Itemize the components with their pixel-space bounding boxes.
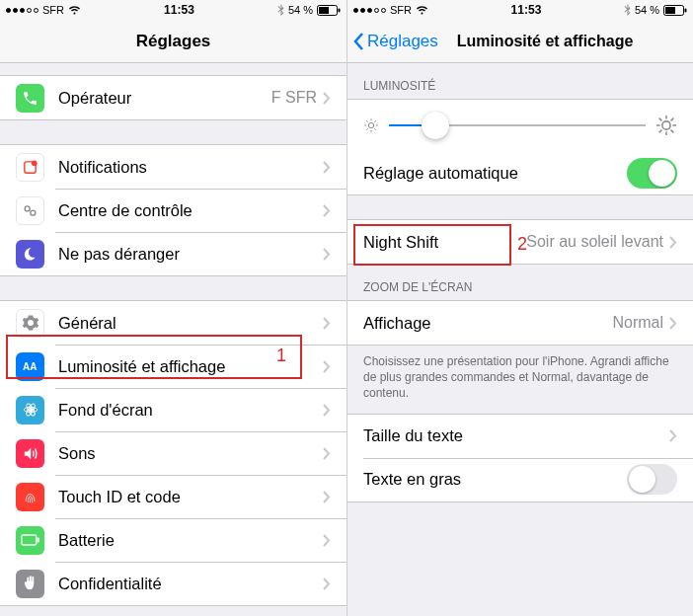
page-title: Réglages (136, 32, 211, 51)
privacy-hand-icon (16, 570, 44, 598)
row-label: Fond d'écran (58, 401, 323, 420)
sun-large-icon (655, 115, 677, 136)
svg-rect-1 (319, 7, 329, 14)
auto-brightness-toggle[interactable] (627, 158, 677, 189)
chevron-right-icon (323, 248, 331, 261)
svg-point-4 (32, 160, 38, 166)
svg-rect-12 (21, 535, 36, 545)
row-detail: Soir au soleil levant (526, 233, 663, 251)
battery-settings-icon (16, 526, 44, 555)
row-detail: F SFR (271, 89, 317, 107)
svg-line-32 (671, 130, 674, 133)
svg-line-34 (671, 118, 674, 121)
navbar: Réglages (0, 20, 346, 63)
zoom-footer: Choisissez une présentation pour l'iPhon… (347, 346, 693, 414)
svg-point-17 (368, 122, 373, 127)
chevron-right-icon (323, 404, 331, 417)
bluetooth-icon (624, 4, 631, 16)
row-display-brightness[interactable]: AA Luminosité et affichage (0, 345, 346, 388)
control-center-icon (16, 196, 44, 225)
chevron-right-icon (323, 317, 331, 330)
row-control-center[interactable]: Centre de contrôle (0, 189, 346, 232)
brightness-slider-row (347, 100, 693, 151)
battery-pct: 54 % (288, 4, 313, 16)
chevron-right-icon (323, 92, 331, 105)
chevron-right-icon (323, 578, 331, 590)
svg-point-26 (662, 121, 670, 129)
svg-line-31 (659, 118, 662, 121)
svg-point-6 (31, 210, 36, 215)
speaker-icon (16, 439, 44, 468)
row-detail: Normal (612, 314, 663, 332)
svg-line-33 (659, 130, 662, 133)
wifi-icon (416, 5, 428, 15)
svg-line-22 (366, 120, 367, 121)
row-display-mode[interactable]: Affichage Normal (347, 301, 693, 345)
page-title: Luminosité et affichage (457, 33, 634, 50)
carrier-label: SFR (390, 4, 412, 16)
status-bar: SFR 11:53 54 % (0, 0, 346, 20)
row-text-size[interactable]: Taille du texte (347, 415, 693, 458)
chevron-right-icon (323, 360, 331, 373)
row-wallpaper[interactable]: Fond d'écran (0, 388, 346, 431)
right-screen: SFR 11:53 54 % Réglages Luminos (346, 0, 693, 616)
chevron-right-icon (669, 236, 677, 249)
notifications-icon (16, 153, 44, 182)
brightness-slider[interactable] (389, 112, 646, 139)
row-label: Affichage (363, 314, 612, 333)
wallpaper-icon (16, 396, 44, 424)
row-label: Touch ID et code (58, 488, 323, 506)
row-dnd[interactable]: Ne pas déranger (0, 232, 346, 275)
chevron-right-icon (323, 161, 331, 174)
row-label: Ne pas déranger (58, 245, 323, 264)
chevron-right-icon (323, 447, 331, 460)
svg-rect-13 (37, 538, 38, 543)
back-label: Réglages (367, 32, 438, 51)
chevron-right-icon (323, 204, 331, 217)
battery-icon (317, 5, 341, 16)
row-label: Général (58, 314, 323, 333)
row-label: Réglage automatique (363, 164, 627, 183)
row-label: Batterie (58, 531, 323, 550)
row-carrier[interactable]: Opérateur F SFR (0, 76, 346, 119)
phone-icon (16, 84, 44, 113)
row-label: Notifications (58, 158, 323, 177)
chevron-right-icon (669, 317, 677, 330)
signal-dots-icon (353, 8, 386, 13)
row-label: Texte en gras (363, 470, 627, 489)
row-label: Opérateur (58, 89, 271, 108)
section-header-brightness: LUMINOSITÉ (347, 63, 693, 99)
row-label: Centre de contrôle (58, 201, 323, 220)
row-label: Taille du texte (363, 426, 669, 445)
row-battery[interactable]: Batterie (0, 518, 346, 562)
fingerprint-icon (16, 483, 44, 511)
row-sounds[interactable]: Sons (0, 431, 346, 475)
carrier-label: SFR (42, 4, 64, 16)
svg-rect-16 (685, 8, 687, 12)
svg-line-25 (374, 120, 375, 121)
svg-text:AA: AA (23, 361, 37, 372)
back-button[interactable]: Réglages (353, 32, 438, 51)
row-notifications[interactable]: Notifications (0, 145, 346, 189)
annotation-number-1: 1 (276, 346, 286, 366)
svg-line-24 (366, 128, 367, 129)
bold-text-toggle[interactable] (627, 464, 677, 495)
clock: 11:53 (164, 3, 194, 17)
sun-small-icon (363, 117, 379, 133)
row-privacy[interactable]: Confidentialité (0, 562, 346, 605)
row-touchid[interactable]: Touch ID et code (0, 475, 346, 518)
signal-dots-icon (6, 8, 38, 13)
row-auto-brightness[interactable]: Réglage automatique (347, 151, 693, 194)
svg-line-23 (374, 128, 375, 129)
row-bold-text[interactable]: Texte en gras (347, 458, 693, 501)
svg-rect-2 (339, 8, 341, 12)
chevron-right-icon (669, 429, 677, 442)
clock: 11:53 (511, 3, 542, 17)
battery-pct: 54 % (635, 4, 659, 16)
bluetooth-icon (277, 4, 284, 16)
row-label: Sons (58, 444, 323, 463)
svg-point-5 (25, 205, 30, 210)
row-general[interactable]: Général (0, 301, 346, 345)
svg-rect-15 (665, 7, 675, 14)
section-header-zoom: ZOOM DE L'ÉCRAN (347, 265, 693, 300)
